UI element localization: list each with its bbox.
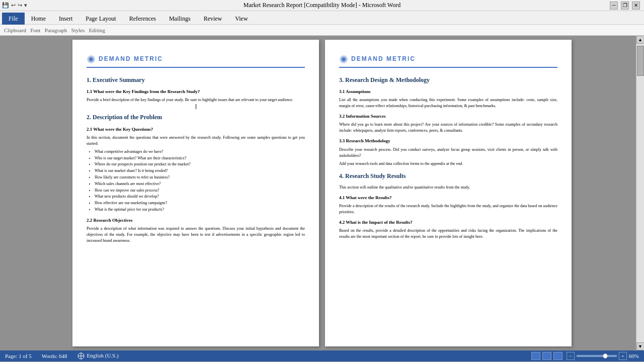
- left-logo-area: Demand Metric: [87, 55, 305, 68]
- section2-heading: 2. Description of the Problem: [87, 113, 305, 122]
- left-page[interactable]: Demand Metric 1. Executive Summary 1.1 W…: [72, 40, 319, 346]
- minimize-btn[interactable]: ─: [610, 2, 618, 10]
- bullet-item-7: How can we improve our sales process?: [95, 188, 305, 194]
- sub32-body: Where did you go to learn more about thi…: [339, 122, 557, 134]
- tab-file[interactable]: File: [2, 13, 25, 25]
- window-controls[interactable]: ─ ❐ ✕: [610, 2, 640, 10]
- word-count: Words: 648: [42, 353, 67, 359]
- bullet-item-1: What competitive advantages do we have?: [95, 149, 305, 155]
- sub3-body: Provide a description of what informatio…: [87, 226, 305, 244]
- section3-heading: 3. Research Design & Methodology: [339, 76, 557, 84]
- page-info: Page: 1 of 5: [5, 353, 32, 359]
- customize-btn[interactable]: ▾: [24, 2, 27, 9]
- undo-btn[interactable]: ↩: [11, 2, 16, 9]
- right-logo-icon: [339, 55, 348, 64]
- language-icon: [77, 352, 85, 359]
- sub41-body: Provide a description of the results of …: [339, 203, 557, 215]
- sub32-heading: 3.2 Information Sources: [339, 113, 557, 120]
- right-logo-text: Demand Metric: [351, 55, 416, 63]
- bullet-item-6: Which sales channels are most effective?: [95, 181, 305, 188]
- status-right: − + 60%: [531, 352, 639, 360]
- bullet-item-2: Who is our target market? What are their…: [95, 155, 305, 162]
- tab-insert[interactable]: Insert: [52, 13, 79, 25]
- zoom-out-btn[interactable]: −: [567, 352, 575, 360]
- web-layout-btn[interactable]: [553, 352, 562, 360]
- sub1-body: Provide a brief description of the key f…: [87, 97, 305, 103]
- left-logo-text: Demand Metric: [99, 55, 163, 63]
- svg-point-2: [90, 58, 93, 61]
- zoom-slider[interactable]: [577, 355, 617, 357]
- ribbon-group-label: Clipboard Font Paragraph Styles Editing: [4, 27, 105, 33]
- section1-heading: 1. Executive Summary: [87, 76, 305, 84]
- tab-review[interactable]: Review: [197, 13, 229, 25]
- sub3-heading: 2.2 Research Objectives: [87, 217, 305, 224]
- restore-btn[interactable]: ❐: [621, 2, 629, 10]
- language-text: English (U.S.): [87, 352, 118, 358]
- bullet-item-9: How effective are our marketing campaign…: [95, 200, 305, 207]
- right-page[interactable]: Demand Metric 3. Research Design & Metho…: [325, 40, 572, 346]
- language-indicator: English (U.S.): [77, 352, 119, 359]
- redo-btn[interactable]: ↪: [18, 2, 22, 9]
- document-area: Demand Metric 1. Executive Summary 1.1 W…: [0, 36, 644, 350]
- print-layout-btn[interactable]: [531, 352, 540, 360]
- sub33-body1: Describe your research process. Did you …: [339, 147, 557, 159]
- sub2-heading: 2.1 What were the Key Questions?: [87, 126, 305, 133]
- title-bar: 💾 ↩ ↪ ▾ Market Research Report [Compatib…: [0, 0, 644, 11]
- zoom-controls: − + 60%: [567, 352, 639, 360]
- scroll-thumb[interactable]: [637, 46, 644, 76]
- bullet-item-8: What new products should we develop?: [95, 194, 305, 200]
- section4-heading: 4. Research Study Results: [339, 172, 557, 180]
- left-logo-icon: [87, 55, 96, 64]
- view-icons: [531, 352, 562, 360]
- ribbon-tabs: File Home Insert Page Layout References …: [0, 11, 644, 24]
- sub1-heading: 1.1 What were the Key Findings from the …: [87, 88, 305, 95]
- zoom-level: 60%: [629, 353, 639, 359]
- scroll-up-arrow[interactable]: ▲: [636, 36, 645, 44]
- ribbon-content: Clipboard Font Paragraph Styles Editing: [0, 24, 644, 35]
- svg-point-5: [343, 58, 345, 61]
- tab-page-layout[interactable]: Page Layout: [79, 13, 122, 25]
- scroll-down-arrow[interactable]: ▼: [636, 342, 645, 350]
- right-logo-area: Demand Metric: [339, 55, 557, 68]
- status-bar: Page: 1 of 5 Words: 648 English (U.S.) −…: [0, 350, 644, 361]
- text-cursor: [196, 104, 196, 109]
- sub33-heading: 3.3 Research Methodology: [339, 138, 557, 144]
- scrollbar-right[interactable]: ▲ ▼: [636, 36, 644, 350]
- sub42-heading: 4.2 What is the Impact of the Results?: [339, 219, 557, 226]
- ribbon: File Home Insert Page Layout References …: [0, 11, 644, 36]
- close-btn[interactable]: ✕: [632, 2, 640, 10]
- sub31-heading: 3.1 Assumptions: [339, 88, 557, 95]
- full-screen-btn[interactable]: [542, 352, 551, 360]
- tab-references[interactable]: References: [123, 13, 163, 25]
- sub42-body: Based on the results, provide a detailed…: [339, 228, 557, 240]
- bullet-item-4: What is our market share? Is it being er…: [95, 168, 305, 174]
- window-title: Market Research Report [Compatibility Mo…: [244, 2, 400, 9]
- sub41-heading: 4.1 What were the Results?: [339, 195, 557, 201]
- bullet-item-5: How likely are customers to refer us bus…: [95, 174, 305, 181]
- sub2-body: In this section, document the questions …: [87, 135, 305, 147]
- tab-home[interactable]: Home: [25, 13, 52, 25]
- bullet-item-3: Where do our prospects position our prod…: [95, 161, 305, 168]
- sub31-body: List all the assumptions you made when c…: [339, 97, 557, 109]
- zoom-in-btn[interactable]: +: [619, 352, 627, 360]
- tab-view[interactable]: View: [228, 13, 254, 25]
- tab-mailings[interactable]: Mailings: [163, 13, 197, 25]
- section4-body: This section will outline the qualitativ…: [339, 185, 557, 191]
- quick-access-toolbar[interactable]: 💾 ↩ ↪ ▾: [2, 2, 27, 9]
- sub33-body2: Add your research tools and data collect…: [339, 161, 557, 167]
- zoom-slider-thumb[interactable]: [603, 353, 608, 358]
- bullet-item-10: What is the optimal price for our produc…: [95, 207, 305, 213]
- key-questions-list: What competitive advantages do we have? …: [95, 149, 305, 213]
- save-btn[interactable]: 💾: [2, 2, 9, 9]
